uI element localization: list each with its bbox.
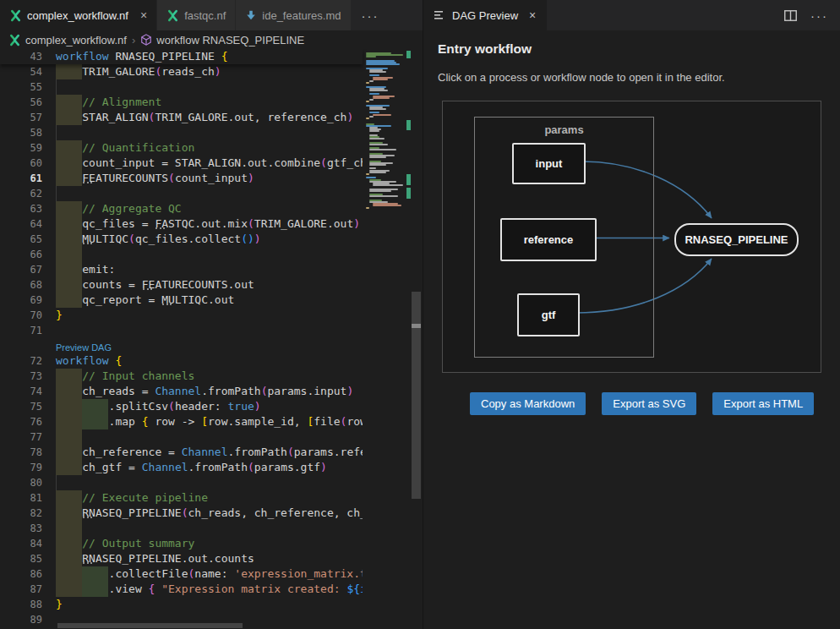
line-number: 85 [0,551,42,566]
code-row: 74ch_reads = Channel.fromPath(params.inp… [0,384,363,399]
code-row: 80 [0,475,363,490]
split-editor-icon[interactable] [784,10,797,21]
code-row: 73// Input channels [0,369,363,384]
line-number: 76 [0,414,42,429]
code-row: 57STAR_ALIGN(TRIM_GALORE.out, reference_… [0,110,363,125]
code-row: 78ch_reference = Channel.fromPath(params… [0,445,363,460]
line-number: 43 [0,49,42,64]
code-lines[interactable]: 54TRIM_GALORE(reads_ch)5556// Alignment5… [0,64,363,627]
line-number: 60 [0,156,42,171]
code-row: 70} [0,308,363,323]
code-row: 87.view { "Expression matrix created: ${… [0,582,363,597]
code-row: 63// Aggregate QC [0,201,363,216]
tab-ide-features[interactable]: ide_features.md [236,0,351,30]
breadcrumb-symbol[interactable]: workflow RNASEQ_PIPELINE [156,34,304,46]
line-number: 87 [0,582,42,597]
code-row: 72workflow { [0,353,363,369]
line-number: 61 [0,171,42,186]
line-number: 64 [0,216,42,232]
sticky-scroll-line[interactable]: 43workflow RNASEQ_PIPELINE { [0,49,363,64]
line-number: 72 [0,353,42,369]
vertical-scrollbar-thumb[interactable] [412,292,421,499]
tab-label: complex_workflow.nf [27,9,128,22]
dag-node-reference[interactable]: reference [500,218,597,261]
tab-overflow-button[interactable]: ··· [352,0,390,30]
line-number: 70 [0,308,42,323]
close-icon[interactable]: × [140,9,147,21]
codelens-row[interactable]: Preview DAG [0,338,363,353]
symbol-cube-icon [140,34,152,46]
code-row: 76.map { row -> [row.sample_id, [file(ro… [0,414,363,429]
line-number: 83 [0,521,42,536]
line-number: 81 [0,490,42,506]
preview-list-icon [434,10,446,20]
tab-dag-preview[interactable]: DAG Preview × [423,0,547,30]
panel-actions: ··· [784,0,840,30]
line-number: 74 [0,384,42,399]
close-icon[interactable]: × [529,8,536,22]
line-number: 73 [0,369,42,384]
code-row: 88} [0,597,363,612]
minimap[interactable] [363,49,412,218]
code-row: 79ch_gtf = Channel.fromPath(params.gtf) [0,460,363,475]
line-number: 75 [0,399,42,414]
code-row: 64qc_files = FASTQC.out.mix(TRIM_GALORE.… [0,216,363,232]
code-row: 81// Execute pipeline [0,490,363,506]
tab-fastqc[interactable]: fastqc.nf [157,0,236,30]
code-row: 68counts = FEATURECOUNTS.out [0,277,363,293]
codelens-preview-dag[interactable]: Preview DAG [56,340,112,353]
line-number: 54 [0,64,42,79]
line-number: 66 [0,247,42,262]
breadcrumb-file[interactable]: complex_workflow.nf [25,34,127,46]
export-as-html-button[interactable]: Export as HTML [712,392,814,415]
code-row: 66 [0,247,363,262]
line-number: 55 [0,79,42,95]
panel-content: Entry workflow Click on a process or wor… [423,30,840,629]
line-number: 71 [0,323,42,338]
line-number: 57 [0,110,42,125]
panel-tab-label: DAG Preview [452,9,518,22]
line-number: 59 [0,140,42,156]
line-number: 67 [0,262,42,277]
more-actions-icon[interactable]: ··· [810,8,828,23]
code-row: 77 [0,429,363,445]
markdown-download-icon [245,9,257,21]
panel-tabbar: DAG Preview × ··· [423,0,840,30]
page-title: Entry workflow [438,41,532,57]
code-row: 86.collectFile(name: 'expression_matrix.… [0,566,363,582]
code-editor[interactable]: 43workflow RNASEQ_PIPELINE { 54TRIM_GALO… [0,49,423,629]
code-row: 62 [0,186,363,201]
line-number: 84 [0,536,42,551]
line-number: 89 [0,612,42,627]
line-number: 77 [0,429,42,445]
horizontal-scrollbar-thumb[interactable] [57,623,243,628]
export-button-row: Copy as Markdown Export as SVG Export as… [470,392,814,415]
code-row: 84// Output summary [0,536,363,551]
tab-label: fastqc.nf [184,9,226,22]
export-as-svg-button[interactable]: Export as SVG [602,392,696,415]
copy-as-markdown-button[interactable]: Copy as Markdown [470,392,586,415]
code-row: 83 [0,521,363,536]
code-row: 56// Alignment [0,95,363,110]
code-row: 59// Quantification [0,140,363,156]
code-row: 71 [0,323,363,338]
code-row: 85RNASEQ_PIPELINE.out.counts [0,551,363,566]
nextflow-icon [166,9,179,22]
tab-label: ide_features.md [262,9,341,22]
editor-tabbar: complex_workflow.nf × fastqc.nf ide_feat… [0,0,423,30]
vertical-scrollbar[interactable] [412,49,421,629]
dag-preview-panel: DAG Preview × ··· Entry workflow Click o… [423,0,840,629]
line-number: 88 [0,597,42,612]
code-row: 61FEATURECOUNTS(count_input) [0,171,363,186]
breadcrumb[interactable]: complex_workflow.nf › workflow RNASEQ_PI… [0,30,423,49]
code-row: 82RNASEQ_PIPELINE(ch_reads, ch_reference… [0,506,363,521]
dag-node-input[interactable]: input [512,143,586,184]
tab-complex-workflow[interactable]: complex_workflow.nf × [0,0,157,30]
vscode-window: complex_workflow.nf × fastqc.nf ide_feat… [0,0,840,629]
dag-node-rnaseq-pipeline[interactable]: RNASEQ_PIPELINE [674,223,799,256]
code-row: 60count_input = STAR_ALIGN.out.combine(g… [0,156,363,171]
line-number: 58 [0,125,42,140]
nextflow-icon [9,9,22,22]
dag-node-gtf[interactable]: gtf [517,293,580,336]
code-row: 65MULTIQC(qc_files.collect()) [0,232,363,247]
